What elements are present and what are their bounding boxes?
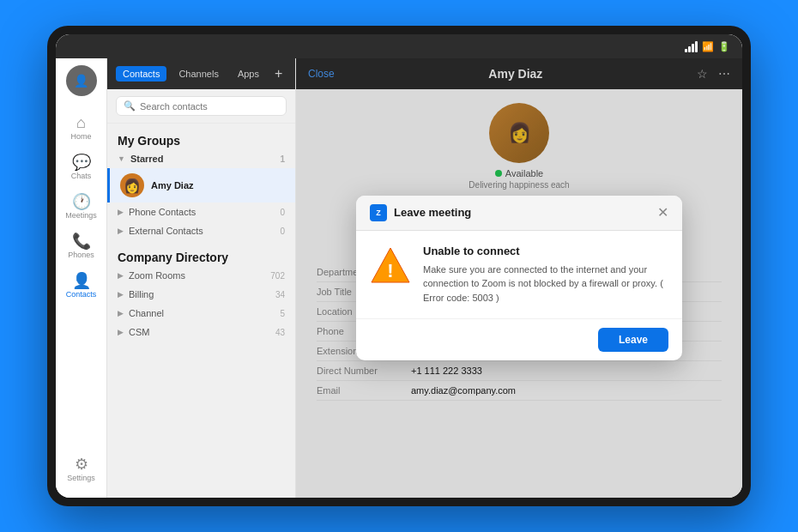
meetings-icon: 🕐	[72, 194, 91, 209]
contacts-list: My Groups ▼ Starred 1 👩 Amy Diaz	[107, 124, 295, 498]
sidebar-label-meetings: Meetings	[65, 211, 97, 220]
home-icon: ⌂	[76, 115, 86, 130]
contact-item-amy-diaz[interactable]: 👩 Amy Diaz	[107, 168, 295, 203]
billing-group[interactable]: ▶ Billing 34	[107, 285, 295, 304]
sidebar-label-phones: Phones	[68, 251, 94, 259]
zoom-logo-icon: Z	[370, 204, 387, 221]
dialog-footer: Leave	[356, 318, 682, 360]
external-contacts-label: External Contacts	[129, 226, 203, 236]
starred-group[interactable]: ▼ Starred 1	[107, 149, 295, 168]
chevron-right-billing: ▶	[118, 290, 124, 299]
billing-count: 34	[275, 290, 285, 299]
dialog-header: Z Leave meeting ✕	[356, 196, 682, 231]
csm-group[interactable]: ▶ CSM 43	[107, 323, 295, 342]
sidebar-label-settings: Settings	[67, 474, 95, 482]
search-input[interactable]	[140, 101, 279, 112]
dialog-body: ! Unable to connect Make sure you are co…	[356, 231, 682, 319]
chevron-right-csm: ▶	[118, 328, 124, 336]
dialog-overlay: Z Leave meeting ✕	[296, 58, 742, 498]
sidebar-item-meetings[interactable]: 🕐 Meetings	[56, 187, 106, 227]
sidebar-label-chats: Chats	[71, 172, 92, 180]
sidebar-item-contacts[interactable]: 👤 Contacts	[56, 266, 106, 305]
phone-contacts-count: 0	[280, 208, 285, 217]
my-groups-header: My Groups	[107, 130, 295, 149]
dialog-title: Leave meeting	[394, 206, 471, 219]
contacts-search-bar: 🔍	[107, 89, 295, 124]
chevron-right-zoom: ▶	[118, 271, 124, 280]
contacts-column: Contacts Channels Apps + 🔍 My Groups	[107, 58, 296, 498]
dialog-close-button[interactable]: ✕	[657, 206, 668, 220]
svg-text:!: !	[387, 260, 393, 281]
settings-icon: ⚙	[75, 456, 88, 472]
phone-contacts-label: Phone Contacts	[129, 207, 196, 217]
zoom-rooms-count: 702	[270, 271, 285, 281]
billing-label: Billing	[129, 289, 154, 299]
battery-icon: 🔋	[718, 41, 730, 52]
sidebar-item-settings[interactable]: ⚙ Settings	[56, 450, 106, 489]
phones-icon: 📞	[72, 233, 91, 249]
dialog-header-left: Z Leave meeting	[370, 204, 471, 221]
contact-avatar-amy: 👩	[120, 173, 144, 197]
error-title: Unable to connect	[423, 245, 668, 257]
tab-channels[interactable]: Channels	[172, 66, 225, 82]
starred-count: 1	[280, 154, 285, 164]
channel-group[interactable]: ▶ Channel 5	[107, 304, 295, 323]
dialog-content: Unable to connect Make sure you are conn…	[423, 245, 668, 305]
error-message: Make sure you are connected to the inter…	[423, 263, 668, 305]
csm-label: CSM	[129, 327, 149, 337]
tablet-frame: 📶 🔋 👤 ⌂ Home 💬 Chats 🕐 Meetings	[47, 26, 751, 506]
tabs-bar: Contacts Channels Apps +	[107, 58, 295, 89]
main-content: 👤 ⌂ Home 💬 Chats 🕐 Meetings 📞 Phones	[56, 58, 742, 498]
contacts-icon: 👤	[72, 273, 91, 288]
wifi-icon: 📶	[702, 41, 714, 52]
tab-add-button[interactable]: +	[275, 66, 282, 82]
chevron-right-icon: ▶	[118, 208, 124, 216]
external-contacts-count: 0	[280, 227, 285, 236]
warning-icon: !	[370, 245, 411, 286]
sidebar-label-home: Home	[70, 132, 91, 141]
chats-icon: 💬	[72, 154, 91, 170]
phone-contacts-group[interactable]: ▶ Phone Contacts 0	[107, 203, 295, 221]
chevron-right-icon-ext: ▶	[118, 227, 124, 235]
sidebar-item-phones[interactable]: 📞 Phones	[56, 227, 106, 266]
search-input-wrap[interactable]: 🔍	[116, 96, 287, 116]
zoom-rooms-group[interactable]: ▶ Zoom Rooms 702	[107, 266, 295, 285]
detail-panel: Close Amy Diaz ☆ ⋯ 👩	[296, 58, 742, 498]
zoom-rooms-label: Zoom Rooms	[129, 270, 185, 281]
leave-meeting-dialog: Z Leave meeting ✕	[356, 196, 682, 361]
search-icon: 🔍	[124, 100, 136, 112]
chevron-down-icon: ▼	[118, 154, 125, 163]
status-bar: 📶 🔋	[56, 34, 742, 58]
channel-label: Channel	[129, 308, 164, 318]
zoom-label: Z	[376, 209, 381, 217]
sidebar-item-chats[interactable]: 💬 Chats	[56, 148, 106, 187]
icon-sidebar: 👤 ⌂ Home 💬 Chats 🕐 Meetings 📞 Phones	[56, 58, 107, 498]
tab-contacts[interactable]: Contacts	[116, 66, 166, 82]
avatar[interactable]: 👤	[66, 65, 97, 96]
channel-count: 5	[280, 309, 285, 318]
tablet-screen: 📶 🔋 👤 ⌂ Home 💬 Chats 🕐 Meetings	[56, 34, 742, 498]
starred-label: Starred	[130, 154, 164, 164]
contact-name-amy: Amy Diaz	[151, 180, 194, 190]
chevron-right-channel: ▶	[118, 309, 124, 317]
signal-icon	[685, 41, 698, 52]
csm-count: 43	[275, 328, 285, 337]
company-directory-header: Company Directory	[107, 247, 295, 266]
sidebar-item-home[interactable]: ⌂ Home	[56, 108, 106, 148]
leave-button[interactable]: Leave	[598, 328, 668, 352]
external-contacts-group[interactable]: ▶ External Contacts 0	[107, 221, 295, 240]
sidebar-label-contacts: Contacts	[66, 290, 97, 299]
tab-apps[interactable]: Apps	[231, 66, 266, 82]
status-icons: 📶 🔋	[685, 41, 730, 52]
